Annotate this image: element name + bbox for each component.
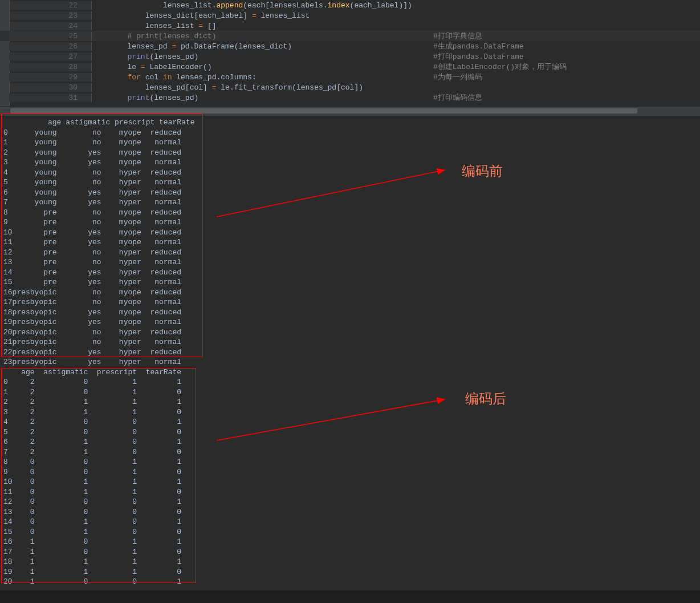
code-line[interactable]: 23 lenses_dict[each_label] = lenses_list	[0, 10, 700, 21]
horizontal-scrollbar[interactable]	[0, 106, 700, 116]
code-content[interactable]: lenses_list = []	[92, 22, 216, 30]
code-content[interactable]: lenses_pd[col] = le.fit_transform(lenses…	[92, 83, 363, 92]
code-line[interactable]: 29 for col in lenses_pd.columns:#为每一列编码	[0, 72, 700, 82]
code-content[interactable]: for col in lenses_pd.columns:	[92, 73, 257, 82]
line-number: 30	[9, 83, 92, 92]
line-number: 23	[9, 11, 92, 20]
code-line[interactable]: 30 lenses_pd[col] = le.fit_transform(len…	[0, 82, 700, 92]
code-content[interactable]: le = LabelEncoder()	[92, 63, 212, 71]
code-content[interactable]: lenses_dict[each_label] = lenses_list	[92, 11, 310, 20]
line-number: 25	[9, 32, 92, 41]
line-number: 28	[9, 63, 92, 71]
code-content[interactable]: print(lenses_pd)	[92, 52, 198, 61]
code-line[interactable]: 27 print(lenses_pd)#打印pandas.DataFrame	[0, 51, 700, 62]
inline-comment: #创建LabelEncoder()对象，用于编码	[433, 62, 567, 72]
code-line[interactable]: 25 # print(lenses_dict)#打印字典信息	[0, 31, 700, 41]
console-output[interactable]: age astigmatic prescript tearRate 0 youn…	[0, 116, 700, 590]
scrollbar-thumb[interactable]	[10, 108, 637, 114]
inline-comment: #为每一列编码	[433, 72, 482, 82]
code-content[interactable]: print(lenses_pd)	[92, 94, 198, 102]
code-content[interactable]: lenses_pd = pd.DataFrame(lenses_dict)	[92, 42, 292, 51]
line-number: 24	[9, 22, 92, 30]
inline-comment: #打印pandas.DataFrame	[433, 51, 524, 62]
code-line[interactable]: 26 lenses_pd = pd.DataFrame(lenses_dict)…	[0, 41, 700, 51]
code-line[interactable]: 22 lenses_list.append(each[lensesLabels.…	[0, 0, 700, 10]
line-number: 22	[9, 1, 92, 10]
line-number: 27	[9, 52, 92, 61]
code-line[interactable]: 31 print(lenses_pd)#打印编码信息	[0, 92, 700, 103]
inline-comment: #打印字典信息	[433, 31, 482, 41]
code-content[interactable]: lenses_list.append(each[lensesLabels.ind…	[92, 1, 412, 10]
code-line[interactable]: 24 lenses_list = []	[0, 21, 700, 31]
inline-comment: #打印编码信息	[433, 92, 482, 103]
inline-comment: #生成pandas.DataFrame	[433, 41, 524, 51]
label-before: 编码前	[462, 162, 503, 180]
code-content[interactable]: # print(lenses_dict)	[92, 32, 216, 41]
line-number: 29	[9, 73, 92, 82]
label-after: 编码后	[465, 390, 506, 408]
line-number: 31	[9, 94, 92, 102]
code-editor[interactable]: 22 lenses_list.append(each[lensesLabels.…	[0, 0, 700, 106]
line-number: 26	[9, 42, 92, 51]
code-line[interactable]: 28 le = LabelEncoder()#创建LabelEncoder()对…	[0, 62, 700, 72]
